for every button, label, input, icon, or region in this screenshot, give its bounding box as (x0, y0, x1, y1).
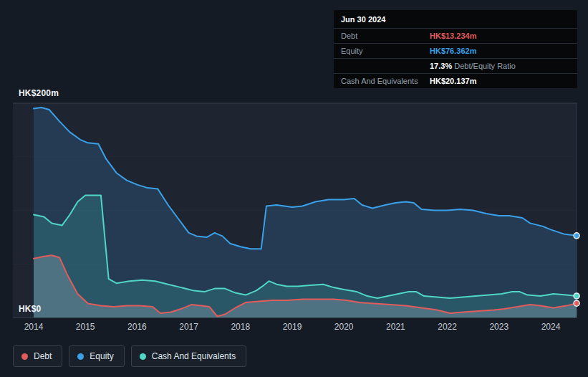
x-tick-label: 2016 (127, 322, 147, 332)
x-tick-label: 2018 (231, 322, 250, 332)
tooltip-row-ratio: 17.3% Debt/Equity Ratio (334, 59, 577, 74)
debt-dot-icon (21, 353, 28, 360)
tooltip-row-cash: Cash And Equivalents HK$20.137m (334, 74, 577, 88)
tooltip-cash-label: Cash And Equivalents (341, 77, 430, 85)
x-tick-label: 2021 (386, 322, 405, 332)
legend-equity-label: Equity (90, 351, 113, 361)
tooltip-cash-value: HK$20.137m (430, 77, 476, 85)
equity-dot-icon (77, 353, 84, 360)
x-tick-label: 2024 (541, 322, 561, 332)
cash-dot-icon (140, 353, 146, 360)
tooltip-ratio-value: 17.3% Debt/Equity Ratio (430, 62, 516, 70)
legend-item-debt[interactable]: Debt (13, 345, 62, 367)
x-tick-label: 2019 (283, 322, 302, 332)
x-tick-label: 2014 (24, 322, 44, 332)
x-tick-label: 2020 (334, 322, 354, 332)
tooltip: Jun 30 2024 Debt HK$13.234m Equity HK$76… (334, 10, 577, 88)
tooltip-debt-value: HK$13.234m (430, 32, 476, 40)
tooltip-debt-label: Debt (341, 32, 430, 40)
tooltip-row-debt: Debt HK$13.234m (334, 29, 577, 44)
x-tick-label: 2017 (179, 322, 198, 332)
tooltip-equity-value: HK$76.362m (430, 47, 476, 55)
tooltip-row-equity: Equity HK$76.362m (334, 44, 577, 59)
tooltip-equity-label: Equity (341, 47, 430, 55)
debt-end-dot (574, 300, 579, 306)
x-tick-label: 2015 (76, 322, 95, 332)
legend-item-cash[interactable]: Cash And Equivalents (131, 345, 246, 367)
x-tick-label: 2023 (489, 322, 509, 332)
chart-page: HK$200m HK$0 201420152016201720182019202… (0, 0, 588, 377)
legend: Debt Equity Cash And Equivalents (13, 345, 246, 367)
tooltip-ratio-caption: Debt/Equity Ratio (452, 62, 516, 70)
legend-cash-label: Cash And Equivalents (152, 351, 236, 361)
tooltip-date: Jun 30 2024 (334, 10, 577, 29)
x-axis: 2014201520162017201820192020202120222023… (0, 322, 588, 333)
legend-debt-label: Debt (34, 351, 52, 361)
y-axis-label-min: HK$0 (19, 304, 41, 314)
legend-item-equity[interactable]: Equity (69, 345, 124, 367)
x-tick-label: 2022 (438, 322, 457, 332)
equity-end-dot (574, 233, 579, 239)
y-axis-label-max: HK$200m (19, 88, 59, 98)
tooltip-ratio-percent: 17.3% (430, 62, 452, 70)
cash-end-dot (574, 293, 579, 299)
